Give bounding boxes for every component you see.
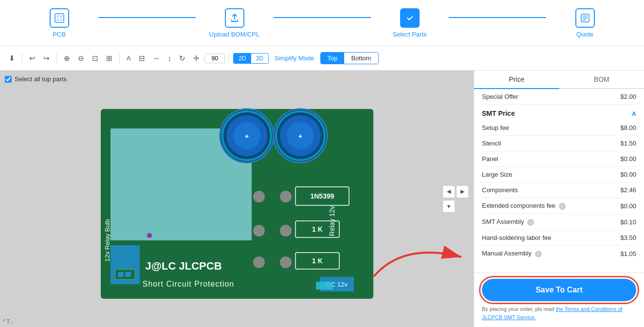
3d-btn[interactable]: 3D xyxy=(251,54,268,63)
smt-price-header: SMT Price ∧ xyxy=(482,105,636,120)
setup-fee-label: Setup fee xyxy=(482,124,509,131)
pcb-view: Select all top parts + xyxy=(0,71,474,327)
pcb-nav-arrows: ◀ ▶ ▼ xyxy=(442,185,469,213)
svg-text:1 K: 1 K xyxy=(312,257,323,265)
tab-bom[interactable]: BOM xyxy=(559,71,644,88)
price-panel-tabs: Price BOM xyxy=(474,71,644,89)
select-area-btn[interactable]: ⊞ xyxy=(103,52,115,65)
components-value: $2.46 xyxy=(620,186,636,194)
svg-point-24 xyxy=(253,225,265,236)
step-quote[interactable]: Quote xyxy=(546,8,624,38)
special-offer-row: Special Offer $2.00 xyxy=(482,89,636,105)
step-quote-label: Quote xyxy=(576,31,593,38)
svg-text:J@LC JLCPCB: J@LC JLCPCB xyxy=(145,260,221,272)
rotate-btn[interactable]: ↻ xyxy=(176,52,188,65)
svg-point-26 xyxy=(253,256,265,268)
stepper: PCB Upload BOM/CPL Select Parts xyxy=(0,0,644,46)
bottom-btn[interactable]: Bottom xyxy=(344,53,378,64)
components-label: Components xyxy=(482,186,518,194)
flip-h-btn[interactable]: ↔ xyxy=(150,52,163,64)
svg-rect-1 xyxy=(56,15,59,18)
svg-point-27 xyxy=(280,256,292,268)
step-line-3 xyxy=(449,17,546,18)
upload-icon xyxy=(225,8,244,28)
step-select-parts[interactable]: Select Parts xyxy=(371,8,449,38)
panel-label: Panel xyxy=(482,155,498,163)
redo-btn[interactable]: ↪ xyxy=(40,52,53,65)
components-row: Components $2.46 xyxy=(482,182,636,198)
terms-text: By placing your order, pls read the Term… xyxy=(482,305,636,321)
nav-down-btn[interactable]: ▼ xyxy=(442,200,455,213)
angle-input[interactable] xyxy=(204,54,225,63)
fit-btn[interactable]: ⊡ xyxy=(89,52,101,65)
special-offer-label: Special Offer xyxy=(482,93,518,100)
pcb-canvas: Select all top parts + xyxy=(0,71,474,327)
svg-rect-45 xyxy=(316,282,333,290)
svg-point-25 xyxy=(280,225,292,236)
download-btn[interactable]: ⬇ xyxy=(6,52,18,65)
smt-assembly-label: SMT Assembly i xyxy=(482,218,534,226)
svg-rect-44 xyxy=(125,272,131,277)
stencil-row: Stencil $1.50 xyxy=(482,136,636,151)
manual-assembly-info-icon[interactable]: i xyxy=(535,251,542,257)
svg-rect-2 xyxy=(60,15,62,18)
terms-prefix: By placing your order, pls read xyxy=(482,306,556,312)
svg-rect-43 xyxy=(118,272,124,277)
2d-3d-toggle: 2D 3D xyxy=(233,53,269,64)
setup-fee-value: $8.00 xyxy=(620,124,636,131)
top-btn[interactable]: Top xyxy=(321,53,345,64)
quote-icon xyxy=(575,8,595,28)
manual-assembly-value: $1.05 xyxy=(620,250,636,257)
simplify-mode-link[interactable]: Simplify Mode xyxy=(275,54,314,62)
tab-price[interactable]: Price xyxy=(474,71,559,89)
pcb-board-svg: + + 1N5399 xyxy=(86,94,388,304)
svg-text:Relay 12v: Relay 12v xyxy=(328,205,336,236)
divider-1 xyxy=(22,54,22,63)
smt-assembly-info-icon[interactable]: i xyxy=(527,219,534,226)
svg-text:1 K: 1 K xyxy=(312,225,323,233)
divider-3 xyxy=(119,54,120,63)
price-list: Special Offer $2.00 SMT Price ∧ Setup fe… xyxy=(474,89,644,272)
svg-rect-5 xyxy=(405,14,414,22)
svg-point-40 xyxy=(147,233,152,238)
text-btn[interactable]: A xyxy=(124,53,134,64)
select-parts-icon xyxy=(400,8,420,28)
large-size-row: Large Size $0.00 xyxy=(482,167,636,182)
undo-btn[interactable]: ↩ xyxy=(26,52,38,65)
extended-components-label: Extended components fee i xyxy=(482,202,566,210)
svg-rect-4 xyxy=(60,18,62,21)
special-offer-value: $2.00 xyxy=(620,93,636,100)
hand-soldering-value: $3.50 xyxy=(620,234,636,241)
main-content: Select all top parts + xyxy=(0,71,644,327)
divider-2 xyxy=(56,54,57,63)
zoom-in-btn[interactable]: ⊕ xyxy=(61,52,73,65)
select-all-checkbox[interactable] xyxy=(5,76,12,83)
smt-collapse-icon[interactable]: ∧ xyxy=(631,109,636,117)
step-line-2 xyxy=(274,17,371,18)
svg-text:12v  Relay  Bulb: 12v Relay Bulb xyxy=(104,219,111,261)
panel-row: Panel $0.00 xyxy=(482,151,636,167)
manual-assembly-label: Manual Assembly i xyxy=(482,250,542,257)
nav-left-btn[interactable]: ◀ xyxy=(442,185,455,198)
flip-v-btn[interactable]: ↕ xyxy=(165,52,175,64)
move-btn[interactable]: ✛ xyxy=(190,52,202,65)
smt-price-label: SMT Price xyxy=(482,109,515,117)
component-btn[interactable]: ⊟ xyxy=(136,52,148,65)
step-line-1 xyxy=(98,17,196,18)
divider-4 xyxy=(229,54,229,63)
2d-btn[interactable]: 2D xyxy=(234,54,251,63)
extended-components-row: Extended components fee i $0.00 xyxy=(482,198,636,214)
pcb-icon xyxy=(50,8,69,28)
save-to-cart-button[interactable]: Save To Cart xyxy=(482,279,636,301)
select-all-label: Select all top parts xyxy=(15,75,67,83)
step-upload[interactable]: Upload BOM/CPL xyxy=(196,8,274,38)
svg-text:+: + xyxy=(244,132,248,140)
svg-text:1N5399: 1N5399 xyxy=(310,192,334,200)
nav-right-btn[interactable]: ▶ xyxy=(456,185,469,198)
step-select-label: Select Parts xyxy=(392,31,426,38)
zoom-out-btn[interactable]: ⊖ xyxy=(75,52,87,65)
step-pcb[interactable]: PCB xyxy=(20,8,98,38)
hand-soldering-label: Hand-soldering labor fee xyxy=(482,234,551,241)
svg-rect-3 xyxy=(56,18,59,21)
extended-info-icon[interactable]: i xyxy=(559,203,566,210)
